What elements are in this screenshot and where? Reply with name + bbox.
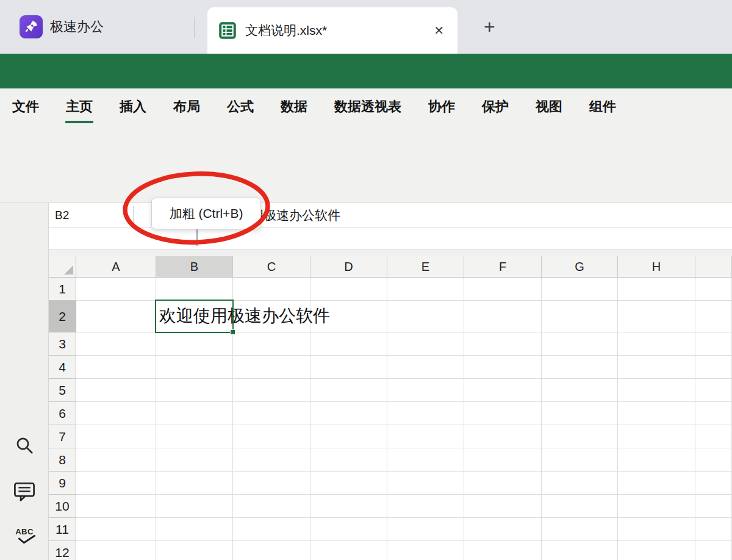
spellcheck-button[interactable]: ABC <box>0 527 49 544</box>
cell[interactable] <box>618 301 695 332</box>
cell[interactable] <box>618 541 695 560</box>
cell[interactable] <box>695 472 732 495</box>
cell[interactable] <box>233 541 310 560</box>
column-header-B[interactable]: B <box>156 256 233 278</box>
menu-item-公式[interactable]: 公式 <box>227 88 254 125</box>
row-header-12[interactable]: 12 <box>49 541 76 560</box>
cell[interactable] <box>76 402 156 425</box>
cell[interactable] <box>156 379 233 402</box>
column-header-H[interactable]: H <box>618 256 695 278</box>
row-header-9[interactable]: 9 <box>49 472 76 495</box>
cell[interactable] <box>542 518 618 541</box>
cell[interactable] <box>695 301 732 332</box>
cell[interactable] <box>695 541 732 560</box>
cell[interactable] <box>76 425 156 448</box>
cell[interactable] <box>310 472 387 495</box>
cell[interactable] <box>233 278 310 301</box>
cell[interactable] <box>310 448 387 472</box>
cell[interactable] <box>310 356 387 379</box>
row-header-11[interactable]: 11 <box>49 518 76 541</box>
cell[interactable] <box>387 518 464 541</box>
fill-handle[interactable] <box>230 329 235 335</box>
cell[interactable] <box>233 518 310 541</box>
cell[interactable] <box>542 495 618 518</box>
cell[interactable] <box>542 278 618 301</box>
cell[interactable] <box>695 425 732 448</box>
menu-item-视图[interactable]: 视图 <box>536 88 562 125</box>
column-header-E[interactable]: E <box>387 256 464 278</box>
cell[interactable] <box>76 472 156 495</box>
cell[interactable] <box>387 402 464 425</box>
row-header-2[interactable]: 2 <box>49 301 76 332</box>
cell[interactable] <box>464 495 542 518</box>
cell[interactable] <box>695 379 732 402</box>
cell[interactable] <box>233 332 310 356</box>
menu-item-协作[interactable]: 协作 <box>428 88 455 125</box>
cell[interactable] <box>542 356 618 379</box>
cell[interactable] <box>464 278 542 301</box>
column-header-F[interactable]: F <box>464 256 542 278</box>
row-header-6[interactable]: 6 <box>49 402 76 425</box>
menu-item-保护[interactable]: 保护 <box>482 88 509 125</box>
cell[interactable] <box>387 278 464 301</box>
cell[interactable] <box>695 402 732 425</box>
cell[interactable] <box>233 425 310 448</box>
document-tab[interactable]: 文档说明.xlsx* ✕ <box>207 7 458 54</box>
row-header-10[interactable]: 10 <box>49 495 76 518</box>
cell[interactable] <box>695 278 732 301</box>
column-header-C[interactable]: C <box>233 256 310 278</box>
cell[interactable] <box>156 518 233 541</box>
cell[interactable] <box>76 541 156 560</box>
cell[interactable] <box>76 448 156 472</box>
cell[interactable] <box>387 448 464 472</box>
cell[interactable] <box>233 495 310 518</box>
cell[interactable] <box>387 541 464 560</box>
cell[interactable] <box>233 402 310 425</box>
comments-button[interactable] <box>0 481 49 502</box>
cell[interactable] <box>695 518 732 541</box>
row-header-4[interactable]: 4 <box>49 356 76 379</box>
cell[interactable] <box>464 332 542 356</box>
selection-box[interactable] <box>155 300 234 333</box>
cell[interactable] <box>233 472 310 495</box>
cell[interactable] <box>156 278 233 301</box>
cell[interactable] <box>233 448 310 472</box>
cell[interactable] <box>156 541 233 560</box>
cell[interactable] <box>542 379 618 402</box>
cell[interactable] <box>695 332 732 356</box>
cell[interactable] <box>464 518 542 541</box>
cell[interactable] <box>387 472 464 495</box>
menu-item-数据透视表[interactable]: 数据透视表 <box>334 88 401 125</box>
column-header-A[interactable]: A <box>76 256 156 278</box>
cell[interactable] <box>387 379 464 402</box>
cell[interactable] <box>464 472 542 495</box>
cell[interactable] <box>618 278 695 301</box>
row-header-5[interactable]: 5 <box>49 379 76 402</box>
cell[interactable] <box>618 495 695 518</box>
cell[interactable] <box>310 278 387 301</box>
cell[interactable] <box>76 332 156 356</box>
select-all-corner[interactable] <box>49 256 76 278</box>
cell[interactable] <box>618 379 695 402</box>
cell[interactable] <box>310 495 387 518</box>
cell[interactable] <box>310 332 387 356</box>
cell[interactable] <box>542 448 618 472</box>
cell[interactable] <box>233 379 310 402</box>
cell[interactable] <box>387 425 464 448</box>
column-header-D[interactable]: D <box>310 256 387 278</box>
cell[interactable] <box>156 472 233 495</box>
cell[interactable] <box>542 425 618 448</box>
cell[interactable] <box>310 379 387 402</box>
cell[interactable] <box>695 448 732 472</box>
cell[interactable] <box>464 541 542 560</box>
cell[interactable] <box>542 332 618 356</box>
cell[interactable] <box>464 402 542 425</box>
cell[interactable] <box>156 448 233 472</box>
cell[interactable] <box>76 495 156 518</box>
cell[interactable] <box>464 379 542 402</box>
cell[interactable] <box>156 495 233 518</box>
cell[interactable] <box>542 402 618 425</box>
cell[interactable] <box>695 495 732 518</box>
cell[interactable] <box>618 448 695 472</box>
cell[interactable] <box>464 301 542 332</box>
